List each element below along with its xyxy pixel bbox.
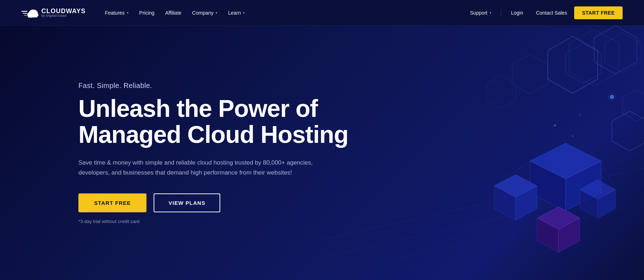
- svg-rect-0: [21, 11, 27, 12]
- svg-marker-24: [494, 186, 516, 220]
- svg-marker-29: [537, 207, 580, 229]
- svg-marker-41: [623, 90, 644, 121]
- login-button[interactable]: Login: [505, 7, 529, 19]
- svg-line-16: [323, 204, 644, 275]
- nav-company[interactable]: Company ▾: [187, 7, 222, 19]
- svg-marker-7: [548, 36, 598, 93]
- svg-line-18: [395, 136, 644, 280]
- svg-rect-6: [28, 15, 37, 17]
- contact-sales-button[interactable]: Contact Sales: [530, 7, 573, 19]
- svg-line-19: [430, 125, 644, 280]
- svg-line-38: [601, 161, 615, 190]
- hero-tagline: Fast. Simple. Reliable.: [78, 82, 348, 90]
- hero-buttons: START FREE VIEW PLANS: [78, 193, 348, 212]
- svg-marker-11: [605, 33, 640, 73]
- svg-marker-12: [512, 54, 548, 94]
- svg-marker-40: [612, 111, 644, 151]
- svg-rect-1: [23, 13, 27, 14]
- svg-marker-23: [494, 175, 537, 197]
- svg-marker-13: [487, 76, 516, 108]
- svg-line-39: [558, 125, 566, 143]
- logo[interactable]: CLOUDWAYS by DigitalOcean: [21, 6, 86, 20]
- svg-marker-9: [569, 29, 619, 86]
- svg-marker-20: [530, 143, 601, 179]
- chevron-down-icon: ▾: [127, 11, 129, 15]
- svg-marker-25: [516, 186, 537, 220]
- navbar: CLOUDWAYS by DigitalOcean Features ▾ Pri…: [0, 0, 644, 26]
- svg-point-32: [610, 95, 614, 99]
- hero-title: Unleash the Power of Managed Cloud Hosti…: [78, 95, 348, 148]
- svg-marker-31: [558, 218, 580, 252]
- svg-line-17: [359, 150, 644, 280]
- svg-line-15: [323, 186, 644, 257]
- nav-features[interactable]: Features ▾: [100, 7, 133, 19]
- hero-illustration: [323, 26, 644, 280]
- start-free-nav-button[interactable]: START FREE: [574, 6, 623, 19]
- hero-bg: [323, 26, 644, 280]
- svg-marker-27: [580, 190, 598, 218]
- chevron-down-icon: ▾: [490, 11, 491, 15]
- svg-point-36: [579, 114, 581, 115]
- svg-marker-30: [537, 218, 558, 252]
- hero-content: Fast. Simple. Reliable. Unleash the Powe…: [78, 82, 348, 224]
- hero-description: Save time & money with simple and reliab…: [78, 158, 342, 178]
- chevron-down-icon: ▾: [216, 11, 217, 15]
- svg-marker-28: [598, 190, 615, 218]
- nav-links: Features ▾ Pricing Affiliate Company ▾ L…: [100, 7, 465, 19]
- svg-line-37: [494, 161, 530, 186]
- svg-marker-10: [594, 26, 637, 74]
- logo-icon: [21, 6, 38, 20]
- start-free-hero-button[interactable]: START FREE: [78, 193, 146, 212]
- nav-support[interactable]: Support ▾: [465, 7, 496, 19]
- view-plans-button[interactable]: VIEW PLANS: [154, 193, 220, 212]
- hero-note: *3-day trial without credit card: [78, 219, 348, 224]
- chevron-down-icon: ▾: [243, 11, 245, 15]
- svg-marker-22: [566, 161, 601, 211]
- svg-line-14: [323, 168, 644, 239]
- hero-section: Fast. Simple. Reliable. Unleash the Powe…: [0, 26, 644, 280]
- svg-marker-26: [580, 180, 615, 199]
- svg-point-34: [554, 124, 556, 126]
- nav-divider: [501, 9, 501, 16]
- svg-marker-21: [530, 161, 566, 211]
- svg-point-33: [608, 93, 615, 100]
- nav-pricing[interactable]: Pricing: [134, 7, 160, 19]
- nav-right: Support ▾ Login Contact Sales START FREE: [465, 6, 623, 19]
- svg-rect-2: [24, 15, 27, 16]
- nav-learn[interactable]: Learn ▾: [223, 7, 250, 19]
- nav-affiliate[interactable]: Affiliate: [160, 7, 186, 19]
- svg-marker-8: [566, 43, 601, 83]
- svg-point-35: [572, 135, 573, 137]
- logo-text: CLOUDWAYS by DigitalOcean: [41, 8, 86, 17]
